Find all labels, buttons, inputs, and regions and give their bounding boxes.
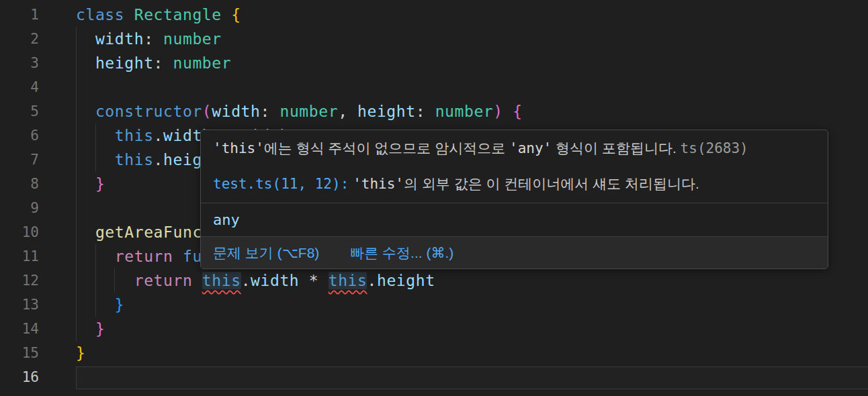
- line-number: 2: [0, 27, 39, 51]
- code-token: return: [134, 272, 193, 289]
- code-token: ): [493, 103, 503, 120]
- code-token: [76, 296, 115, 313]
- code-token: .: [154, 151, 163, 168]
- file-location-link[interactable]: test.ts(11, 12):: [213, 176, 349, 192]
- diagnostic-related-info: test.ts(11, 12): 'this'의 외부 값은 이 컨테이너에서 …: [213, 173, 816, 195]
- message-text: 'this': [353, 176, 404, 192]
- code-token: width: [251, 272, 299, 289]
- code-token: :: [416, 103, 435, 120]
- code-token: :: [144, 30, 163, 48]
- message-text: 형식이 포함됩니다.: [552, 140, 680, 156]
- line-number: 5: [0, 99, 39, 123]
- line-number: 10: [0, 220, 39, 244]
- code-token: height: [377, 272, 435, 289]
- code-token: ,: [338, 103, 357, 120]
- code-line[interactable]: height: number: [76, 51, 868, 75]
- code-line[interactable]: }: [76, 293, 868, 317]
- line-number: 14: [0, 317, 39, 341]
- quick-fix-link[interactable]: 빠른 수정... (⌘.): [350, 245, 453, 260]
- hover-tooltip: 'this'에는 형식 주석이 없으므로 암시적으로 'any' 형식이 포함됩…: [200, 130, 828, 269]
- line-number: 13: [0, 293, 39, 317]
- code-token: {: [513, 103, 522, 120]
- code-line[interactable]: [76, 75, 868, 99]
- code-token: width: [212, 103, 260, 120]
- code-token: [222, 6, 231, 23]
- line-number: 3: [0, 51, 39, 75]
- message-text: ts(2683): [681, 140, 748, 156]
- line-number: 16: [0, 365, 39, 389]
- code-token: }: [76, 344, 85, 362]
- code-token: [76, 272, 134, 289]
- code-token: }: [95, 175, 105, 193]
- line-number: 11: [0, 244, 39, 268]
- code-line[interactable]: constructor(width: number, height: numbe…: [76, 99, 868, 123]
- code-token: [318, 272, 328, 289]
- message-text: 의 외부 값은 이 컨테이너에서 섀도 처리됩니다.: [404, 176, 699, 191]
- line-number: 8: [0, 172, 39, 196]
- code-token: this: [115, 127, 154, 144]
- code-token: number: [435, 103, 494, 120]
- code-editor: { "editor": { "background": "#1f1f1f", "…: [0, 0, 868, 396]
- code-token: [124, 6, 134, 23]
- code-token: width: [95, 30, 144, 48]
- code-token: *: [309, 272, 318, 289]
- code-line[interactable]: }: [76, 317, 868, 341]
- code-token: [76, 175, 95, 193]
- line-number: 1: [0, 3, 39, 27]
- code-token: height: [357, 103, 416, 120]
- code-line[interactable]: [76, 365, 868, 389]
- code-token: [76, 127, 115, 144]
- code-line[interactable]: class Rectangle {: [76, 3, 868, 27]
- code-token: .: [241, 272, 251, 289]
- message-text: 에는 형식 주석이 없으므로 암시적으로: [264, 140, 509, 156]
- error-token: this: [202, 272, 241, 289]
- line-number: 7: [0, 148, 39, 172]
- code-line[interactable]: return this.width * this.height: [76, 268, 868, 293]
- message-text: 'any': [509, 140, 552, 156]
- code-token: .: [154, 127, 163, 144]
- code-token: number: [163, 30, 222, 48]
- code-token: [299, 272, 308, 289]
- line-number: 15: [0, 341, 39, 365]
- code-token: this: [115, 151, 154, 168]
- code-token: {: [231, 6, 241, 23]
- code-token: }: [115, 296, 124, 313]
- code-token: [503, 103, 513, 120]
- code-token: :: [154, 54, 173, 72]
- view-problem-link[interactable]: 문제 보기 (⌥F8): [213, 245, 319, 260]
- type-info: any: [201, 203, 828, 236]
- code-token: [192, 272, 202, 289]
- hover-status-bar: 문제 보기 (⌥F8) 빠른 수정... (⌘.): [201, 236, 828, 268]
- diagnostic-message: 'this'에는 형식 주석이 없으므로 암시적으로 'any' 형식이 포함됩…: [213, 138, 816, 159]
- hover-message: 'this'에는 형식 주석이 없으므로 암시적으로 'any' 형식이 포함됩…: [201, 130, 828, 203]
- code-token: :: [261, 103, 280, 120]
- code-token: getAreaFunc: [95, 224, 202, 241]
- line-number: 9: [0, 196, 39, 220]
- code-token: [76, 151, 115, 168]
- code-line[interactable]: width: number: [76, 27, 868, 51]
- line-number: 4: [0, 75, 39, 99]
- code-token: [173, 248, 182, 265]
- code-token: [76, 224, 95, 241]
- line-number-gutter: 12345678910111213141516: [0, 3, 39, 389]
- code-token: [76, 320, 95, 338]
- code-token: return: [115, 248, 173, 265]
- code-token: [76, 54, 95, 72]
- code-token: }: [95, 320, 105, 338]
- code-token: class: [76, 6, 124, 23]
- code-line[interactable]: }: [76, 341, 868, 365]
- code-token: Rectangle: [134, 6, 222, 23]
- message-text: 'this': [213, 140, 264, 156]
- line-number: 6: [0, 123, 39, 148]
- code-token: [76, 103, 95, 120]
- code-token: number: [279, 103, 338, 120]
- code-token: number: [173, 54, 232, 72]
- code-token: .: [367, 272, 376, 289]
- code-token: (: [202, 103, 212, 120]
- code-token: height: [95, 54, 154, 72]
- line-number: 12: [0, 268, 39, 293]
- error-token: this: [329, 272, 367, 289]
- code-token: [76, 30, 95, 48]
- code-token: [76, 248, 115, 265]
- code-token: constructor: [95, 103, 202, 120]
